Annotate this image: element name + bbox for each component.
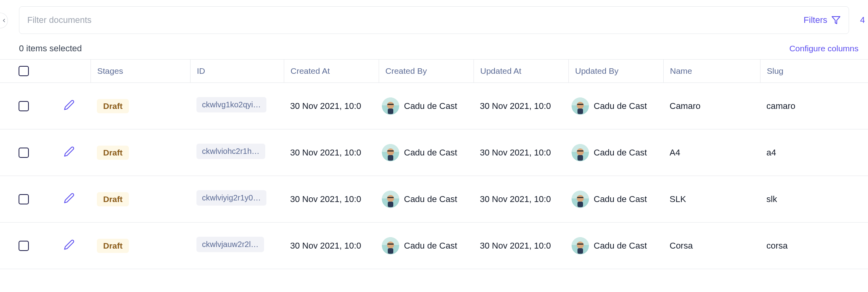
- table-row[interactable]: Draft ckwlviyig2r1y0… 30 Nov 2021, 10:0 …: [0, 176, 868, 223]
- row-id-cell: ckwlvjauw2r2l…: [190, 237, 284, 255]
- svg-rect-20: [577, 150, 583, 152]
- row-checkbox-cell: [0, 101, 47, 111]
- configure-columns-button[interactable]: Configure columns: [789, 44, 859, 53]
- header-name[interactable]: Name: [663, 60, 760, 82]
- svg-rect-24: [388, 202, 393, 207]
- svg-point-18: [577, 148, 584, 155]
- svg-rect-40: [577, 243, 583, 245]
- svg-rect-29: [577, 202, 583, 207]
- row-created-at: 30 Nov 2021, 10:0: [284, 241, 379, 251]
- table-row[interactable]: Draft ckwlviohc2r1h… 30 Nov 2021, 10:0 C…: [0, 129, 868, 176]
- row-updated-at: 30 Nov 2021, 10:0: [474, 241, 568, 251]
- table-body: Draft ckwlvg1ko2qyi… 30 Nov 2021, 10:0 C…: [0, 83, 868, 269]
- filters-button[interactable]: Filters: [797, 15, 841, 25]
- row-updated-at: 30 Nov 2021, 10:0: [474, 148, 568, 158]
- svg-rect-14: [388, 155, 393, 161]
- table-row[interactable]: Draft ckwlvjauw2r2l… 30 Nov 2021, 10:0 C…: [0, 223, 868, 269]
- row-created-at: 30 Nov 2021, 10:0: [284, 148, 379, 158]
- avatar: [382, 144, 399, 161]
- table-row[interactable]: Draft ckwlvg1ko2qyi… 30 Nov 2021, 10:0 C…: [0, 83, 868, 129]
- id-badge[interactable]: ckwlvg1ko2qyi…: [196, 97, 266, 112]
- svg-rect-39: [577, 248, 583, 254]
- avatar: [572, 237, 589, 255]
- id-badge[interactable]: ckwlviyig2r1y0…: [196, 190, 266, 206]
- row-updated-at: 30 Nov 2021, 10:0: [474, 101, 568, 111]
- header-checkbox-cell: [0, 66, 47, 76]
- row-id-cell: ckwlviohc2r1h…: [190, 144, 284, 161]
- svg-rect-10: [577, 104, 583, 105]
- created-by-name: Cadu de Cast: [404, 101, 457, 111]
- updated-by-name: Cadu de Cast: [594, 241, 647, 251]
- row-stage-cell: Draft: [91, 99, 190, 113]
- svg-rect-5: [387, 104, 394, 105]
- svg-point-33: [387, 241, 394, 249]
- row-slug: corsa: [760, 241, 868, 251]
- svg-point-38: [577, 241, 584, 249]
- svg-rect-25: [387, 197, 394, 198]
- filter-icon: [831, 15, 841, 25]
- updated-by-name: Cadu de Cast: [594, 194, 647, 204]
- row-stage-cell: Draft: [91, 192, 190, 206]
- pencil-icon[interactable]: [64, 239, 75, 253]
- row-checkbox[interactable]: [19, 194, 29, 204]
- svg-rect-34: [388, 248, 393, 254]
- header-created-at[interactable]: Created At: [284, 60, 379, 82]
- stage-badge: Draft: [97, 146, 129, 160]
- row-stage-cell: Draft: [91, 239, 190, 253]
- row-stage-cell: Draft: [91, 146, 190, 160]
- documents-table: Stages ID Created At Created By Updated …: [0, 59, 868, 269]
- row-name: SLK: [663, 194, 760, 204]
- svg-point-8: [577, 102, 584, 109]
- row-updated-by-cell: Cadu de Cast: [568, 97, 663, 115]
- row-edit-cell: [47, 99, 91, 113]
- row-id-cell: ckwlvg1ko2qyi…: [190, 97, 284, 115]
- id-badge[interactable]: ckwlvjauw2r2l…: [196, 237, 264, 252]
- filter-box: Filters: [19, 6, 849, 34]
- stage-badge: Draft: [97, 192, 129, 206]
- svg-marker-0: [832, 17, 840, 24]
- row-updated-by-cell: Cadu de Cast: [568, 191, 663, 208]
- id-badge[interactable]: ckwlviohc2r1h…: [196, 144, 265, 159]
- row-slug: camaro: [760, 101, 868, 111]
- row-edit-cell: [47, 239, 91, 253]
- row-created-at: 30 Nov 2021, 10:0: [284, 101, 379, 111]
- created-by-name: Cadu de Cast: [404, 194, 457, 204]
- avatar: [382, 97, 399, 115]
- row-updated-at: 30 Nov 2021, 10:0: [474, 194, 568, 204]
- svg-rect-30: [577, 197, 583, 198]
- header-created-by[interactable]: Created By: [379, 60, 474, 82]
- header-slug[interactable]: Slug: [760, 60, 868, 82]
- row-checkbox[interactable]: [19, 241, 29, 251]
- avatar: [572, 97, 589, 115]
- row-created-by-cell: Cadu de Cast: [379, 237, 474, 255]
- created-by-name: Cadu de Cast: [404, 241, 457, 251]
- svg-rect-35: [387, 243, 394, 245]
- row-name: Camaro: [663, 101, 760, 111]
- updated-by-name: Cadu de Cast: [594, 148, 647, 158]
- svg-rect-4: [388, 109, 393, 114]
- row-checkbox[interactable]: [19, 148, 29, 158]
- updated-by-name: Cadu de Cast: [594, 101, 647, 111]
- row-created-at: 30 Nov 2021, 10:0: [284, 194, 379, 204]
- header-updated-by[interactable]: Updated By: [568, 60, 663, 82]
- pencil-icon[interactable]: [64, 99, 75, 113]
- row-name: Corsa: [663, 241, 760, 251]
- svg-rect-15: [387, 150, 394, 152]
- header-stages[interactable]: Stages: [91, 60, 190, 82]
- avatar: [382, 191, 399, 208]
- avatar: [572, 191, 589, 208]
- header-updated-at[interactable]: Updated At: [474, 60, 568, 82]
- svg-point-3: [387, 102, 394, 109]
- row-checkbox[interactable]: [19, 101, 29, 111]
- filter-area: Filters 4: [0, 0, 868, 40]
- filter-input[interactable]: [27, 15, 797, 25]
- row-checkbox-cell: [0, 194, 47, 204]
- pencil-icon[interactable]: [64, 146, 75, 159]
- select-all-checkbox[interactable]: [19, 66, 29, 76]
- header-id[interactable]: ID: [190, 60, 284, 82]
- row-created-by-cell: Cadu de Cast: [379, 191, 474, 208]
- table-header: Stages ID Created At Created By Updated …: [0, 59, 868, 83]
- pencil-icon[interactable]: [64, 193, 75, 206]
- row-checkbox-cell: [0, 241, 47, 251]
- row-slug: a4: [760, 148, 868, 158]
